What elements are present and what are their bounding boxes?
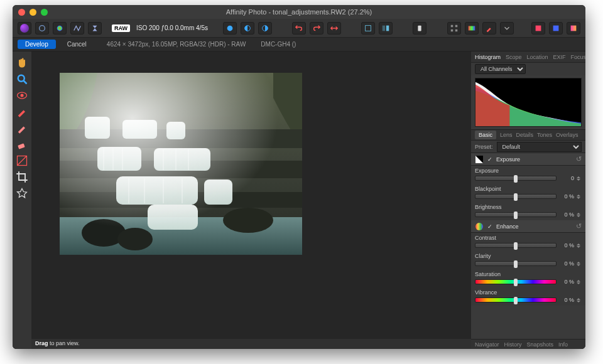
tone-map-persona-icon[interactable] <box>70 22 84 35</box>
slider-stepper[interactable] <box>577 244 582 248</box>
sync-icon[interactable] <box>413 22 426 35</box>
tab-scope[interactable]: Scope <box>506 54 522 60</box>
svg-rect-7 <box>386 25 389 31</box>
slider-track[interactable] <box>475 261 557 266</box>
assist2-icon[interactable] <box>549 22 563 35</box>
camera-label: DMC-GH4 () <box>261 41 296 48</box>
slider-stepper[interactable] <box>577 280 582 284</box>
tab-location[interactable]: Location <box>527 54 548 60</box>
rotate-cw-icon[interactable] <box>310 22 323 35</box>
slider-track[interactable] <box>475 297 557 302</box>
slider-knob[interactable] <box>514 297 518 304</box>
exposure-icon <box>475 155 484 164</box>
clip-highlights-icon[interactable] <box>258 22 272 35</box>
slider-label: Blackpoint <box>475 186 582 192</box>
close-icon[interactable] <box>18 9 25 16</box>
raw-info-text: ISO 200 ƒ0.0 0.0mm 4/5s <box>136 24 208 31</box>
overlay-paint-tool-icon[interactable] <box>16 122 28 134</box>
section-enhance-title: Enhance <box>496 223 519 230</box>
preset-select[interactable]: Default <box>497 142 582 152</box>
section-exposure-header[interactable]: ✓ Exposure ↺ <box>471 153 585 166</box>
slider-knob[interactable] <box>514 260 518 268</box>
tab-focus[interactable]: Focus <box>571 54 585 60</box>
left-tools <box>13 51 31 349</box>
main-area: Histogram Scope Location EXIF Focus All … <box>13 51 585 349</box>
assist3-icon[interactable] <box>567 22 580 35</box>
red-eye-tool-icon[interactable] <box>16 89 28 102</box>
assist1-icon[interactable] <box>531 22 545 35</box>
slider-track[interactable] <box>475 243 557 248</box>
overlay-gradient-tool-icon[interactable] <box>16 154 28 167</box>
slider-value: 0 <box>559 175 574 181</box>
subtab-tones[interactable]: Tones <box>537 132 552 138</box>
slider-value: 0 % <box>559 297 574 303</box>
subtab-details[interactable]: Details <box>516 132 534 138</box>
subtab-overlays[interactable]: Overlays <box>556 132 579 138</box>
histogram-display <box>475 78 582 127</box>
develop-persona-icon[interactable] <box>53 22 67 35</box>
tab-info[interactable]: Info <box>558 341 568 348</box>
develop-button[interactable]: Develop <box>18 40 56 49</box>
single-view-icon[interactable] <box>361 22 375 35</box>
svg-rect-9 <box>451 24 454 27</box>
brush-icon[interactable] <box>482 22 496 35</box>
grid-icon[interactable] <box>447 22 461 35</box>
slider-track[interactable] <box>475 279 557 284</box>
slider-track[interactable] <box>475 176 557 181</box>
tab-exif[interactable]: EXIF <box>553 54 566 60</box>
reset-exposure-icon[interactable]: ↺ <box>576 155 582 163</box>
white-balance-tool-icon[interactable] <box>16 187 28 200</box>
slider-track[interactable] <box>475 212 557 217</box>
zoom-tool-icon[interactable] <box>16 73 28 85</box>
photo-persona-icon[interactable] <box>18 22 31 35</box>
slider-stepper[interactable] <box>577 195 582 199</box>
section-enhance-header[interactable]: ✓ Enhance ↺ <box>471 220 585 233</box>
clip-shadows-icon[interactable] <box>223 22 237 35</box>
slider-knob[interactable] <box>514 193 518 201</box>
slider-track[interactable] <box>475 194 557 199</box>
swatches-icon[interactable] <box>465 22 479 35</box>
chevron-down-icon[interactable] <box>500 22 514 35</box>
slider-knob[interactable] <box>514 211 518 219</box>
crop-tool-icon[interactable] <box>16 171 28 183</box>
maximize-icon[interactable] <box>41 9 48 16</box>
subtab-lens[interactable]: Lens <box>500 132 513 138</box>
overlay-erase-tool-icon[interactable] <box>16 138 28 151</box>
slider-knob[interactable] <box>514 279 518 286</box>
svg-rect-14 <box>536 25 541 31</box>
slider-stepper[interactable] <box>577 298 582 302</box>
canvas-area[interactable] <box>31 51 471 349</box>
clip-mid-icon[interactable] <box>241 22 254 35</box>
svg-point-1 <box>57 25 63 31</box>
tab-histogram[interactable]: Histogram <box>475 54 501 60</box>
reset-enhance-icon[interactable]: ↺ <box>576 222 582 230</box>
preset-label: Preset: <box>475 144 493 150</box>
liquify-persona-icon[interactable] <box>35 22 49 35</box>
studio-tabs-bottom: Navigator History Snapshots Info <box>471 339 585 349</box>
tab-navigator[interactable]: Navigator <box>475 341 499 348</box>
minimize-icon[interactable] <box>30 9 36 16</box>
slider-label: Exposure <box>475 168 582 174</box>
slider-knob[interactable] <box>514 175 518 183</box>
slider-label: Brightness <box>475 204 582 210</box>
tab-history[interactable]: History <box>504 341 522 348</box>
tab-snapshots[interactable]: Snapshots <box>527 341 554 348</box>
rotate-ccw-icon[interactable] <box>292 22 306 35</box>
status-strong: Drag <box>35 340 48 346</box>
export-persona-icon[interactable] <box>88 22 102 35</box>
subtab-basic[interactable]: Basic <box>475 131 496 139</box>
studio-tabs-top: Histogram Scope Location EXIF Focus <box>471 51 585 63</box>
slider-knob[interactable] <box>514 242 518 250</box>
hand-tool-icon[interactable] <box>16 56 28 69</box>
slider-stepper[interactable] <box>577 176 582 181</box>
svg-point-50 <box>475 223 483 230</box>
blemish-tool-icon[interactable] <box>16 105 28 118</box>
cancel-button[interactable]: Cancel <box>62 40 92 49</box>
flip-icon[interactable] <box>327 22 341 35</box>
split-view-icon[interactable] <box>379 22 393 35</box>
svg-point-19 <box>21 94 24 97</box>
channel-select[interactable]: All Channels <box>475 64 526 74</box>
svg-rect-13 <box>469 26 475 30</box>
slider-stepper[interactable] <box>577 262 582 266</box>
slider-stepper[interactable] <box>577 213 582 217</box>
